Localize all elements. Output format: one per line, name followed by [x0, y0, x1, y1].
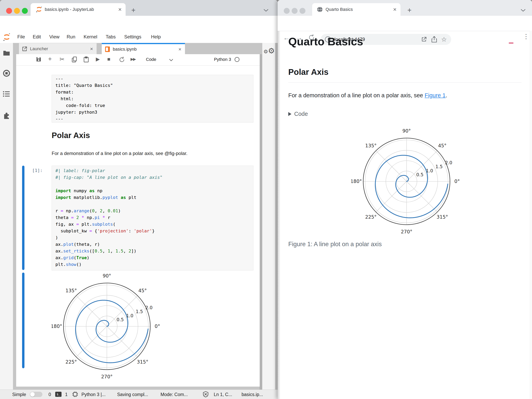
minimize-window-button[interactable]	[14, 8, 20, 14]
menu-item-settings[interactable]: Settings	[124, 34, 141, 40]
file-browser-icon[interactable]	[3, 50, 10, 56]
kernel-status-icon[interactable]	[234, 56, 240, 62]
zoom-window-button-inactive[interactable]	[299, 8, 305, 14]
add-cell-icon[interactable]: +	[48, 55, 52, 63]
right-urlbar-row: ← → i localhost:4479 ☆ ⋮	[278, 16, 532, 31]
svg-text:270°: 270°	[101, 374, 113, 380]
close-window-button[interactable]	[6, 8, 12, 14]
polar-plot-figure: 0°45°90°135°180°225°270°315°0.51.01.52.0	[351, 126, 462, 237]
menu-item-help[interactable]: Help	[151, 34, 161, 40]
status-file-name: basics.ip...	[241, 392, 263, 397]
chevron-down-icon[interactable]	[263, 9, 269, 12]
restart-run-all-icon[interactable]: ▶▶	[131, 57, 135, 61]
simple-mode-toggle[interactable]	[30, 392, 42, 397]
browser-menu-icon[interactable]: ⋮	[523, 35, 529, 38]
cell-type-select[interactable]: Code	[146, 57, 156, 62]
svg-text:270°: 270°	[401, 229, 412, 234]
svg-text:1.5: 1.5	[136, 309, 143, 314]
saving-status: Saving compl...	[117, 392, 148, 397]
svg-text:315°: 315°	[437, 214, 448, 220]
code-line: r = np.arange(0, 2, 0.01)	[55, 208, 163, 214]
page-scrollbar[interactable]	[530, 31, 532, 399]
menu-item-kernel[interactable]: Kernel	[84, 34, 97, 40]
browser-tab-quarto[interactable]: Quarto Basics ×	[312, 3, 400, 16]
code-line	[55, 181, 163, 187]
code-line: import numpy as np	[55, 187, 163, 194]
extensions-puzzle-icon[interactable]	[3, 111, 10, 119]
svg-text:225°: 225°	[365, 214, 377, 220]
svg-text:45°: 45°	[438, 143, 447, 148]
zoom-window-button[interactable]	[22, 8, 28, 14]
polar-plot-output: 0°45°90°135°180°225°270°315°0.51.01.52.0	[52, 271, 162, 381]
share-icon[interactable]	[431, 36, 437, 43]
paste-cells-icon[interactable]	[84, 56, 89, 62]
paragraph-text: For a demonstration of a line plot on a …	[288, 92, 425, 98]
code-line: #| fig-cap: "A line plot on a polar axis…	[55, 174, 163, 181]
new-tab-button[interactable]: +	[407, 7, 412, 14]
running-kernels-icon[interactable]	[3, 70, 10, 77]
code-line: subplot_kw = {'projection': 'polar'}	[55, 228, 163, 234]
window-edge-shadow	[278, 31, 280, 399]
code-cell-content: #| label: fig-polar#| fig-cap: "A line p…	[55, 167, 163, 268]
close-tab-icon[interactable]: ×	[118, 6, 122, 12]
figure-link[interactable]: Figure 1	[425, 92, 446, 98]
section-heading: Polar Axis	[288, 67, 522, 83]
restart-kernel-icon[interactable]	[119, 56, 125, 63]
svg-text:0°: 0°	[155, 324, 160, 329]
table-of-contents-icon[interactable]	[3, 91, 10, 97]
triangle-right-icon	[288, 112, 291, 116]
jupyterlab-browser-window: basics.ipynb - JupyterLab × + ← → i loca…	[0, 0, 278, 399]
raw-line: code-fold: true	[55, 102, 113, 109]
input-collapser[interactable]	[22, 166, 25, 270]
dock-tab-launcher[interactable]: Launcher ×	[19, 43, 97, 55]
svg-text:0.5: 0.5	[416, 172, 424, 177]
save-icon[interactable]	[36, 56, 41, 62]
dock-tab-notebook[interactable]: basics.ipynb ×	[102, 43, 185, 54]
menu-item-tabs[interactable]: Tabs	[106, 34, 116, 40]
kernel-status-text[interactable]: Python 3 |...	[82, 392, 106, 397]
simple-mode-label: Simple	[12, 392, 26, 397]
markdown-heading: Polar Axis	[52, 131, 90, 140]
terminals-count[interactable]: 0	[49, 392, 51, 397]
code-fold-label: Code	[294, 111, 308, 117]
run-cell-icon[interactable]: ▶	[96, 56, 100, 62]
cell-type-chevron-icon[interactable]	[169, 59, 173, 61]
output-collapser[interactable]	[22, 273, 25, 368]
raw-cell[interactable]: ---title: "Quarto Basics"format: html: c…	[52, 75, 253, 123]
kernel-chip-icon[interactable]	[72, 391, 78, 397]
copy-cells-icon[interactable]	[72, 56, 77, 62]
cut-cells-icon[interactable]: ✂	[60, 56, 64, 63]
menu-item-edit[interactable]: Edit	[33, 34, 41, 40]
chevron-down-icon[interactable]	[520, 9, 526, 12]
svg-text:1.5: 1.5	[435, 164, 443, 169]
command-mode-status[interactable]: Mode: Com...	[160, 392, 188, 397]
open-in-new-icon[interactable]	[421, 37, 427, 42]
property-inspector-gears-icon[interactable]: ⚙⚙	[263, 46, 275, 55]
close-tab-icon[interactable]: ×	[393, 6, 397, 12]
new-tab-button[interactable]: +	[131, 7, 135, 14]
terminal-icon[interactable]: $_	[55, 392, 62, 397]
trust-shield-icon[interactable]	[203, 391, 209, 397]
cursor-position[interactable]: Ln 1, C...	[214, 392, 232, 397]
kernels-count[interactable]: 1	[65, 392, 68, 397]
svg-text:180°: 180°	[52, 324, 62, 329]
toggle-knob	[30, 392, 35, 397]
menu-item-view[interactable]: View	[49, 34, 60, 40]
menu-item-run[interactable]: Run	[67, 34, 75, 40]
activity-bar	[0, 43, 13, 390]
notebook-scrollbar[interactable]	[260, 54, 262, 390]
menu-item-file[interactable]: File	[17, 34, 25, 40]
svg-text:1.0: 1.0	[426, 168, 433, 173]
close-window-button-inactive[interactable]	[284, 8, 290, 14]
code-fold-summary[interactable]: Code	[288, 111, 308, 117]
bookmark-star-icon[interactable]: ☆	[441, 36, 447, 43]
browser-tab-jupyterlab[interactable]: basics.ipynb - JupyterLab ×	[31, 3, 126, 16]
raw-line: ---	[55, 75, 113, 82]
minimize-window-button-inactive[interactable]	[292, 8, 298, 14]
code-cell[interactable]: #| label: fig-polar#| fig-cap: "A line p…	[52, 166, 253, 270]
code-line: fig, ax = plt.subplots(	[55, 221, 163, 228]
stop-kernel-icon[interactable]: ■	[107, 56, 110, 62]
close-launcher-tab-icon[interactable]: ×	[90, 46, 93, 51]
close-notebook-tab-icon[interactable]: ×	[178, 47, 181, 52]
kernel-name[interactable]: Python 3	[214, 57, 231, 62]
